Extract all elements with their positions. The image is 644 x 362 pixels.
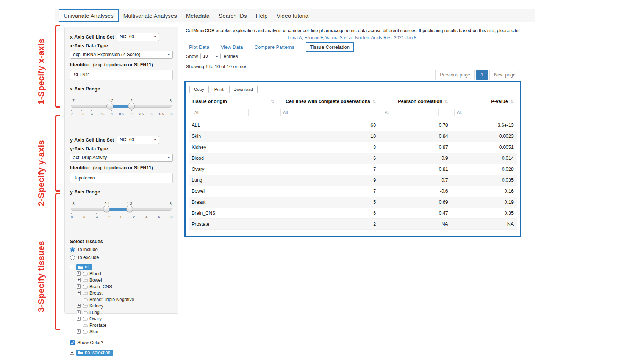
show-color-row[interactable]: Show Color?: [70, 340, 173, 345]
header-p-value[interactable]: P-value: [451, 95, 517, 107]
next-page-button[interactable]: Next page: [489, 70, 520, 80]
x-range-high-handle[interactable]: [128, 103, 135, 109]
table-row[interactable]: Breast 5 0.69 0.19: [189, 197, 517, 208]
header-tissue-of-origin[interactable]: Tissue of origin: [189, 95, 277, 107]
cell-pvalue: 0.014: [451, 153, 517, 164]
sort-icon[interactable]: [510, 99, 514, 104]
sort-icon[interactable]: [445, 99, 448, 104]
table-row[interactable]: Skin 10 0.84 0.0023: [189, 131, 517, 142]
tree-item[interactable]: Bowel: [77, 277, 173, 283]
folder-icon: [83, 285, 88, 289]
expand-icon[interactable]: [77, 284, 81, 289]
header-cell-lines[interactable]: Cell lines with complete observations: [277, 95, 379, 107]
x-identifier-label: Identifier: (e.g. topotecan or SLFN11): [70, 62, 173, 67]
tree-item[interactable]: Brain_CNS: [77, 283, 173, 290]
tree-item[interactable]: Lung: [77, 309, 173, 315]
cell-tissue: Kidney: [189, 142, 277, 153]
nav-multivariate-analyses[interactable]: Multivariate Analyses: [119, 10, 181, 21]
table-row[interactable]: Ovary 7 0.81 0.028: [189, 164, 517, 175]
tree-item[interactable]: Skin: [77, 328, 173, 335]
previous-page-button[interactable]: Previous page: [435, 70, 475, 80]
expand-icon[interactable]: [77, 317, 81, 321]
expand-icon[interactable]: [77, 304, 81, 308]
tree-item[interactable]: Breast Triple Negative: [77, 296, 173, 303]
tab-compare-patterns[interactable]: Compare Patterns: [255, 44, 295, 50]
x-range-slider[interactable]: -7 8 -1.2 2 -7 -5.5: [71, 99, 172, 119]
x-cell-line-set-select[interactable]: NCI-60: [117, 33, 159, 41]
tree-item-all[interactable]: all: [70, 264, 173, 270]
tree-item[interactable]: Blood: [77, 270, 173, 277]
cell-pearson: 0.7: [379, 175, 451, 186]
filter-cell-lines-input[interactable]: [280, 109, 337, 116]
expand-icon[interactable]: [70, 351, 74, 355]
expand-icon[interactable]: [77, 278, 81, 282]
entries-select[interactable]: 10: [200, 53, 221, 59]
page-1-button[interactable]: 1: [476, 70, 488, 80]
table-row[interactable]: ALL 60 0.78 3.6e-13: [189, 120, 517, 131]
table-row[interactable]: Prostate 2 NA NA: [189, 219, 517, 230]
tree-item-all-chip[interactable]: all: [76, 264, 92, 270]
filter-pvalue-input[interactable]: [454, 109, 511, 116]
expand-icon[interactable]: [77, 329, 81, 334]
exclude-radio-label: To exclude: [77, 255, 99, 260]
tree-item[interactable]: Breast: [77, 290, 173, 296]
tree-item-all-label: all: [85, 264, 89, 270]
y-data-type-label: y-Axis Data Type: [70, 146, 173, 151]
tab-view-data[interactable]: View Data: [220, 44, 243, 50]
tree-item-no-selection-chip[interactable]: no_selection: [76, 350, 113, 356]
x-identifier-input[interactable]: [70, 70, 173, 80]
tab-tissue-correlation[interactable]: Tissue Correlation: [306, 42, 354, 52]
y-data-type-select[interactable]: act: Drug Activity: [70, 154, 173, 162]
annotation-bracket-tissues: [55, 193, 60, 330]
folder-icon: [83, 323, 88, 327]
exclude-radio-row[interactable]: To exclude: [70, 255, 173, 260]
tree-item-label: Skin: [89, 329, 98, 334]
filter-tissue-input[interactable]: [192, 109, 249, 116]
nav-univariate-analyses[interactable]: Univariate Analyses: [59, 9, 119, 22]
collapse-icon[interactable]: [70, 265, 74, 269]
folder-icon: [83, 304, 88, 308]
cell-count: 9: [277, 175, 379, 186]
table-row[interactable]: Blood 6 0.9 0.014: [189, 153, 517, 164]
tree-item-no-selection-label: no_selection: [85, 350, 110, 355]
citation-link[interactable]: Luna A, Elloumi F, Varma S et al. Nuclei…: [288, 35, 417, 41]
nav-metadata[interactable]: Metadata: [182, 10, 214, 21]
tree-item[interactable]: Prostate: [77, 322, 173, 328]
include-radio-row[interactable]: To include: [70, 247, 173, 252]
sort-icon[interactable]: [271, 99, 274, 104]
table-row[interactable]: Brain_CNS 6 0.47 0.35: [189, 208, 517, 219]
show-color-checkbox[interactable]: [70, 340, 75, 345]
tree-item-label: Prostate: [89, 323, 106, 328]
table-row[interactable]: Lung 9 0.7 0.035: [189, 175, 517, 186]
cell-pearson: 0.69: [379, 197, 451, 208]
y-identifier-input[interactable]: [70, 173, 173, 183]
x-data-type-select[interactable]: exp: mRNA Expression (Z-Score): [70, 51, 173, 59]
expand-icon[interactable]: [77, 291, 81, 295]
table-row[interactable]: Kidney 8 0.87 0.0051: [189, 142, 517, 153]
table-row[interactable]: Bowel 7 -0.6 0.16: [189, 186, 517, 197]
download-button[interactable]: Download: [229, 86, 258, 93]
nav-help[interactable]: Help: [252, 10, 272, 21]
tree-item-no-selection[interactable]: no_selection: [70, 350, 173, 356]
tree-item[interactable]: Kidney: [77, 303, 173, 309]
tab-plot-data[interactable]: Plot Data: [189, 44, 209, 50]
expand-icon[interactable]: [77, 272, 81, 276]
citation: CellMinerCDB enables exploration and ana…: [184, 27, 521, 41]
exclude-radio[interactable]: [70, 255, 75, 260]
y-cell-line-set-select[interactable]: NCI-60: [117, 136, 159, 144]
y-range-low-handle[interactable]: [103, 206, 110, 212]
y-range-high-handle[interactable]: [126, 206, 133, 212]
tree-item[interactable]: Ovary: [77, 315, 173, 322]
expand-icon[interactable]: [77, 310, 81, 314]
y-range-slider[interactable]: -8 8 -2.4 1.3 -8: [71, 202, 172, 222]
header-pearson-correlation[interactable]: Pearson correlation: [379, 95, 451, 107]
include-radio[interactable]: [70, 247, 75, 252]
annotation-bracket-x-axis: [55, 25, 60, 108]
filter-pearson-input[interactable]: [382, 109, 439, 116]
nav-video-tutorial[interactable]: Video tutorial: [272, 10, 314, 21]
nav-search-ids[interactable]: Search IDs: [214, 10, 251, 21]
x-range-low-handle[interactable]: [106, 103, 113, 109]
copy-button[interactable]: Copy: [189, 86, 209, 93]
print-button[interactable]: Print: [210, 86, 228, 93]
sort-icon[interactable]: [372, 99, 376, 104]
